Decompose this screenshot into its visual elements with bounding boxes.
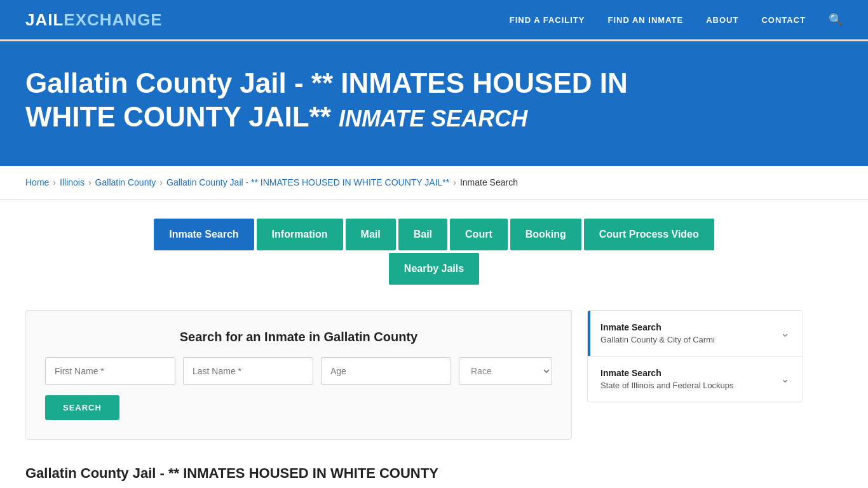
sidebar-item-left-1: Inmate Search Gallatin County & City of … — [600, 322, 715, 344]
breadcrumb-illinois[interactable]: Illinois — [60, 177, 85, 187]
main-content: Search for an Inmate in Gallatin County … — [0, 297, 868, 488]
race-select[interactable]: Race White Black Hispanic Asian Other — [459, 357, 552, 385]
nav-find-facility[interactable]: FIND A FACILITY — [510, 15, 585, 25]
page-title: Gallatin County Jail - ** INMATES HOUSED… — [25, 67, 724, 134]
sidebar-sublabel-2: State of Illinois and Federal Lockups — [600, 381, 734, 390]
chevron-down-icon-1: ⌄ — [780, 326, 790, 340]
tab-mail[interactable]: Mail — [346, 219, 396, 250]
first-name-input[interactable] — [45, 357, 175, 385]
sidebar-label-2: Inmate Search — [600, 368, 734, 378]
sidebar-sublabel-1: Gallatin County & City of Carmi — [600, 335, 715, 344]
tabs-row-2: Nearby Jails — [25, 253, 843, 297]
site-header: JAILEXCHANGE FIND A FACILITY FIND AN INM… — [0, 0, 868, 41]
breadcrumb-county[interactable]: Gallatin County — [95, 177, 156, 187]
last-name-input[interactable] — [183, 357, 313, 385]
breadcrumb-sep-2: › — [88, 177, 92, 187]
tab-information[interactable]: Information — [257, 219, 343, 250]
nav-contact[interactable]: CONTACT — [761, 15, 806, 25]
tab-court-process-video[interactable]: Court Process Video — [584, 219, 714, 250]
main-nav: FIND A FACILITY FIND AN INMATE ABOUT CON… — [510, 13, 843, 27]
breadcrumb-jail[interactable]: Gallatin County Jail - ** INMATES HOUSED… — [166, 177, 449, 187]
sidebar-label-1: Inmate Search — [600, 322, 715, 332]
nav-find-inmate[interactable]: FIND AN INMATE — [607, 15, 683, 25]
tabs-row-1: Inmate Search Information Mail Bail Cour… — [25, 219, 843, 250]
bottom-section: Gallatin County Jail - ** INMATES HOUSED… — [25, 452, 572, 482]
sidebar-card: Inmate Search Gallatin County & City of … — [587, 310, 803, 402]
sidebar-item-illinois[interactable]: Inmate Search State of Illinois and Fede… — [588, 356, 803, 402]
tab-bail[interactable]: Bail — [398, 219, 447, 250]
tab-inmate-search[interactable]: Inmate Search — [154, 219, 254, 250]
breadcrumb-sep-4: › — [453, 177, 456, 187]
breadcrumb-sep-3: › — [159, 177, 163, 187]
nav-about[interactable]: ABOUT — [706, 15, 738, 25]
logo-jail: JAIL — [25, 10, 64, 30]
tab-booking[interactable]: Booking — [510, 219, 581, 250]
breadcrumb-sep-1: › — [53, 177, 56, 187]
breadcrumb: Home › Illinois › Gallatin County › Gall… — [0, 166, 868, 200]
search-section: Search for an Inmate in Gallatin County … — [25, 310, 572, 482]
search-title: Search for an Inmate in Gallatin County — [45, 330, 552, 344]
search-button[interactable]: SEARCH — [45, 395, 119, 420]
tab-court[interactable]: Court — [450, 219, 508, 250]
tab-nearby-jails[interactable]: Nearby Jails — [389, 253, 479, 285]
tabs-section: Inmate Search Information Mail Bail Cour… — [0, 200, 868, 297]
page-title-italic: INMATE SEARCH — [339, 105, 527, 132]
breadcrumb-inmate-search: Inmate Search — [460, 177, 518, 187]
search-box: Search for an Inmate in Gallatin County … — [25, 310, 572, 440]
breadcrumb-home[interactable]: Home — [25, 177, 49, 187]
sidebar-item-left-2: Inmate Search State of Illinois and Fede… — [600, 368, 734, 390]
search-icon[interactable]: 🔍 — [829, 13, 843, 27]
bottom-title: Gallatin County Jail - ** INMATES HOUSED… — [25, 452, 572, 482]
chevron-down-icon-2: ⌄ — [780, 372, 790, 386]
sidebar-blue-bar-1 — [588, 311, 590, 356]
logo-exchange: EXCHANGE — [64, 10, 162, 30]
search-inputs: Race White Black Hispanic Asian Other — [45, 357, 552, 385]
sidebar: Inmate Search Gallatin County & City of … — [587, 310, 803, 482]
page-title-main: Gallatin County Jail - ** INMATES HOUSED… — [25, 67, 628, 132]
sidebar-item-gallatin[interactable]: Inmate Search Gallatin County & City of … — [588, 311, 803, 356]
site-logo[interactable]: JAILEXCHANGE — [25, 10, 163, 30]
hero-section: Gallatin County Jail - ** INMATES HOUSED… — [0, 41, 868, 166]
age-input[interactable] — [321, 357, 451, 385]
